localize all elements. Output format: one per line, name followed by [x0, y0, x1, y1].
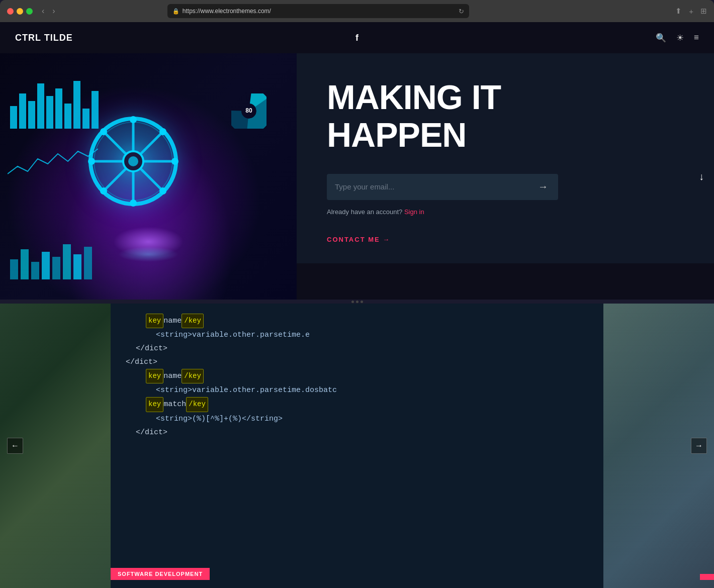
- hero-title-line1: MAKING IT: [327, 78, 501, 116]
- back-button[interactable]: ‹: [39, 6, 47, 17]
- svg-text:80: 80: [245, 107, 252, 114]
- svg-point-13: [130, 200, 137, 207]
- hero-title-line2: HAPPEN: [327, 116, 466, 154]
- email-input[interactable]: [335, 182, 536, 191]
- search-icon[interactable]: 🔍: [656, 33, 666, 43]
- site-logo: CTRL TILDE: [15, 33, 73, 43]
- hero-section: 80: [0, 53, 714, 300]
- hero-image: 80: [0, 53, 297, 300]
- svg-point-18: [159, 128, 166, 135]
- portfolio-right-panel: →: [603, 304, 714, 588]
- website: CTRL TILDE f 🔍 ☀ ≡: [0, 22, 714, 588]
- fullscreen-button[interactable]: [26, 8, 33, 15]
- code-display: key name /key <string>variable.other.par…: [111, 304, 603, 588]
- code-tag: /key: [182, 369, 204, 383]
- minimize-button[interactable]: [17, 8, 23, 15]
- code-tag: /key: [182, 314, 204, 328]
- contact-me-link[interactable]: CONTACT ME →: [327, 236, 689, 243]
- right-badge: [700, 574, 714, 580]
- divider-dots: [351, 301, 363, 303]
- code-line: key match /key: [126, 397, 588, 412]
- nav-right: 🔍 ☀ ≡: [656, 33, 699, 43]
- account-text: Already have an account? Sign in: [327, 208, 689, 216]
- facebook-link[interactable]: f: [355, 33, 359, 43]
- svg-point-11: [128, 156, 138, 166]
- email-form: →: [327, 174, 558, 200]
- address-bar[interactable]: 🔒 https://www.electronthemes.com/ ↻: [167, 4, 469, 18]
- portfolio-section: ← key name /key <string>variable.other.p…: [0, 304, 714, 588]
- ship-wheel: [78, 106, 219, 247]
- svg-point-14: [88, 158, 95, 165]
- software-dev-badge: SOFTWARE DEVELOPMENT: [111, 568, 210, 580]
- wheel-base: [118, 247, 178, 262]
- browser-window: ‹ › 🔒 https://www.electronthemes.com/ ↻ …: [0, 0, 714, 22]
- sign-in-link[interactable]: Sign in: [404, 208, 424, 216]
- hero-right-wrapper: MAKING IT HAPPEN → Already have an accou…: [297, 53, 714, 300]
- code-tag: key: [146, 397, 163, 412]
- hero-content: MAKING IT HAPPEN → Already have an accou…: [297, 53, 714, 263]
- section-divider: [0, 300, 714, 304]
- code-line: <string>(%)[^%]+(%)</string>: [126, 412, 588, 426]
- close-button[interactable]: [7, 8, 14, 15]
- code-line: </dict>: [126, 355, 588, 369]
- portfolio-left-panel: ←: [0, 304, 111, 588]
- code-line: key name /key: [126, 314, 588, 328]
- browser-titlebar: ‹ › 🔒 https://www.electronthemes.com/ ↻ …: [0, 0, 714, 22]
- scroll-down-arrow[interactable]: ↓: [699, 171, 704, 182]
- forward-button[interactable]: ›: [49, 6, 58, 17]
- menu-icon[interactable]: ≡: [694, 33, 699, 43]
- pie-chart: 80: [231, 93, 266, 129]
- divider-dot: [361, 301, 363, 303]
- code-line: </dict>: [126, 426, 588, 439]
- site-nav: CTRL TILDE f 🔍 ☀ ≡: [0, 22, 714, 53]
- share-button[interactable]: ⬆: [675, 7, 682, 16]
- svg-point-17: [159, 187, 166, 194]
- portfolio-center-panel: key name /key <string>variable.other.par…: [111, 304, 603, 588]
- hero-visual: 80: [0, 53, 297, 300]
- brightness-icon[interactable]: ☀: [676, 33, 684, 43]
- svg-point-12: [130, 116, 137, 123]
- code-line: <string>variable.other.parsetime.dosbatc: [126, 383, 588, 397]
- svg-point-19: [100, 187, 107, 194]
- divider-dot: [351, 301, 354, 303]
- divider-dot: [356, 301, 359, 303]
- code-line: </dict>: [126, 342, 588, 355]
- code-line: <string>variable.other.parsetime.e: [126, 328, 588, 342]
- code-tag: key: [146, 369, 163, 383]
- code-tag: key: [146, 314, 163, 328]
- code-tag: /key: [186, 397, 208, 412]
- traffic-lights: [7, 8, 33, 15]
- lock-icon: 🔒: [172, 8, 180, 15]
- tabs-button[interactable]: ⊞: [700, 7, 707, 16]
- browser-actions: ⬆ + ⊞: [675, 7, 707, 16]
- new-tab-button[interactable]: +: [689, 7, 693, 16]
- email-submit-button[interactable]: →: [536, 179, 550, 194]
- svg-point-15: [171, 158, 178, 165]
- portfolio-next-button[interactable]: →: [691, 438, 707, 454]
- refresh-button[interactable]: ↻: [459, 8, 464, 15]
- url-text: https://www.electronthemes.com/: [183, 8, 271, 15]
- code-line: key name /key: [126, 369, 588, 383]
- hero-title: MAKING IT HAPPEN: [327, 78, 689, 154]
- nav-buttons: ‹ ›: [39, 6, 58, 17]
- portfolio-prev-button[interactable]: ←: [7, 438, 23, 454]
- svg-point-16: [100, 128, 107, 135]
